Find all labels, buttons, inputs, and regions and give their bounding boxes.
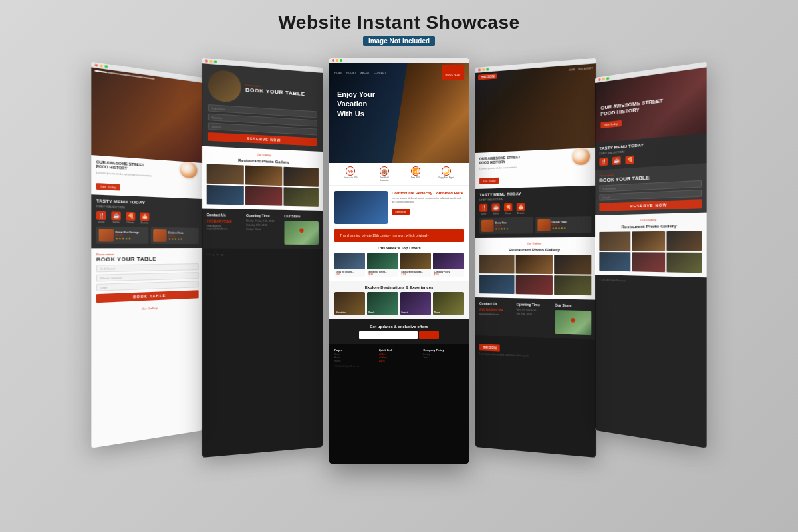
quick-1[interactable]: ● Offers xyxy=(379,353,420,356)
dot-green-ri xyxy=(486,68,489,70)
browser-dot-green xyxy=(104,65,108,68)
ri-thumb-2 xyxy=(537,219,550,231)
wifi-icon: 📶 xyxy=(411,166,420,176)
newsletter-section: Get updates & exclusive offers xyxy=(329,319,469,344)
form-fields: Full Name Number Guests RESERVE NOW xyxy=(208,104,317,146)
ri-icon-box-2: ☕ xyxy=(491,203,499,211)
ri-info-1: Dinner Rice $18.00 ★★★★★ xyxy=(495,221,531,230)
ri-icon-1: 🍴 Lunch xyxy=(479,204,487,215)
ro-gal-sub: Our Gallery xyxy=(599,217,702,222)
social-y[interactable]: y xyxy=(213,253,214,256)
book-now-label: BOOK NOW xyxy=(446,73,460,76)
ri-see-btn[interactable]: See Today xyxy=(479,178,499,184)
field-name[interactable]: Full Name xyxy=(96,263,199,272)
mock-content-left-inner: Reservation BOOK YOUR TABLE Full Name Nu… xyxy=(202,63,323,458)
offers-title: This Week's Top Offers xyxy=(334,246,464,250)
page-header: Website Instant Showcase Image Not Inclu… xyxy=(278,12,519,46)
offer-info-4: Company Policy $399 xyxy=(433,269,464,277)
nav-rooms[interactable]: ROOMS xyxy=(346,71,356,74)
nav-contact[interactable]: CONTACT xyxy=(374,71,386,74)
mockup-right-inner: BIKOON HOME RESTAURANT OUR AWESOME STREE… xyxy=(475,58,596,458)
ri-email: support@default.com xyxy=(479,313,512,316)
nav-about[interactable]: ABOUT xyxy=(360,71,370,74)
pages-about[interactable]: About xyxy=(334,356,375,359)
image-not-included-badge: Image Not Included xyxy=(363,36,435,46)
email-input[interactable] xyxy=(359,331,418,339)
browser-dot-yellow xyxy=(100,64,103,67)
ri-gallery-title: Restaurant Photo Gallery xyxy=(479,248,591,252)
menu-cards: Dinner Rice Package $18.00 ★★★★★ Chicken… xyxy=(96,227,199,244)
dest-2: Beach xyxy=(367,292,398,315)
ri-sat: Sat: 9:00 - 20:00 xyxy=(517,313,551,316)
see-more-btn[interactable]: See More xyxy=(392,209,410,215)
contact-section: Contact Us #YCDARVCM9 Email Address: sup… xyxy=(202,209,323,249)
book-now-nav-btn[interactable]: BOOK NOW xyxy=(442,65,464,80)
ri-store-title: Our Store xyxy=(555,303,591,309)
field-phone[interactable]: Phone Number xyxy=(96,272,199,281)
ro-see-btn[interactable]: See Today xyxy=(600,120,621,128)
table-img xyxy=(208,69,241,103)
ri-gal-6 xyxy=(554,275,591,295)
quick-2[interactable]: ● Gallery xyxy=(379,356,420,359)
dest-label-1: Mountains xyxy=(336,311,346,314)
menu-card-1: Dinner Rice Package $18.00 ★★★★★ xyxy=(96,227,148,244)
ri-store-col: Our Store xyxy=(555,303,591,336)
mon-fri: Monday - Friday: 8:00 - 22:00 xyxy=(246,219,280,223)
icon-item-pizza: 🍕 Dinner xyxy=(126,212,135,224)
ro-submit-btn[interactable]: RESERVE NOW xyxy=(599,200,702,211)
ri-nav-home[interactable]: HOME xyxy=(569,68,575,72)
banner-text: This charming private 19th century mansi… xyxy=(340,233,458,238)
field-name-label: Full Name xyxy=(100,267,116,271)
ri-nav-rest[interactable]: RESTAURANT xyxy=(578,67,593,71)
offer-img-1 xyxy=(334,253,365,269)
feature-nights: 🌙 Enjoy Free Nights xyxy=(438,166,454,182)
fork-icon: 🍴 xyxy=(96,211,106,220)
social-in[interactable]: in xyxy=(216,253,218,256)
footer-li: f t y in g+ xyxy=(202,249,323,458)
dest-label-2: Beach xyxy=(368,311,374,314)
features-row: % Save up to 50% 🏨 Best Hotel Guarantee … xyxy=(329,163,469,186)
policy-2[interactable]: Terms xyxy=(423,356,464,359)
dot-green-c xyxy=(340,59,342,62)
quick-3[interactable]: ● Blog xyxy=(379,360,420,362)
see-today-btn[interactable]: See Today xyxy=(96,183,120,190)
dessert-icon: 🎂 xyxy=(140,212,149,221)
ri-mon: Mon - Fri: 8:00-22:00 xyxy=(517,309,551,312)
ri-nav-items: HOME RESTAURANT xyxy=(569,67,593,72)
wifi-text: Free Wi-Fi xyxy=(411,176,420,179)
subscribe-btn[interactable] xyxy=(419,331,439,339)
email: Email Address: support@default.com xyxy=(207,225,242,231)
ri-gal-2 xyxy=(516,255,553,274)
coffee-label: Drinks xyxy=(112,221,119,223)
showcases-row: OUR AWESOME STREETFOOD HISTORY Lorem ips… xyxy=(106,58,692,464)
ri-food-history: OUR AWESOME STREETFOOD HISTORY Lorem ips… xyxy=(475,148,596,189)
dest-grid: Mountains Beach Forest Desert xyxy=(334,292,464,315)
social-t[interactable]: t xyxy=(209,253,210,256)
feature-save: % Save up to 50% xyxy=(344,166,358,182)
ri-thumb-1 xyxy=(481,220,493,232)
pages-rooms[interactable]: Rooms xyxy=(334,360,375,362)
pages-home[interactable]: Home xyxy=(334,353,375,356)
offer-price-3: $149 xyxy=(402,273,430,276)
ro-icon-3: 🍕 xyxy=(625,156,634,164)
ri-icon-box-1: 🍴 xyxy=(479,204,487,212)
policy-1[interactable]: Privacy xyxy=(423,353,464,356)
stars-2: ★★★★★ xyxy=(168,237,197,240)
form-hero: Reservation BOOK YOUR TABLE Full Name Nu… xyxy=(202,63,323,152)
ri-icon-label-2: Drinks xyxy=(493,212,499,215)
submit-btn[interactable]: BOOK TABLE xyxy=(96,290,199,303)
ri-icons-row: 🍴 Lunch ☕ Drinks 🍕 Dinner 🎂 Dessert xyxy=(479,201,591,215)
mockup-center: HOME ROOMS ABOUT CONTACT BOOK NOW Enjoy … xyxy=(329,58,469,464)
feature-wifi: 📶 Free Wi-Fi xyxy=(411,166,420,182)
field-date[interactable]: Date xyxy=(96,281,199,291)
footer-policy: Company Policy Privacy Terms xyxy=(423,348,464,363)
browser-bar-c xyxy=(329,58,469,63)
social-g[interactable]: g+ xyxy=(221,253,224,256)
browser-dot-red xyxy=(94,63,98,66)
dest-4: Desert xyxy=(433,292,464,315)
social-f[interactable]: f xyxy=(207,253,207,256)
footer-pages: Pages Home About Rooms xyxy=(334,348,375,363)
nav-home[interactable]: HOME xyxy=(334,71,342,74)
ro-gal-grid xyxy=(599,231,702,273)
icons-row: 🍴 Lunch ☕ Drinks 🍕 Dinner 🎂 Dessert xyxy=(96,211,199,225)
